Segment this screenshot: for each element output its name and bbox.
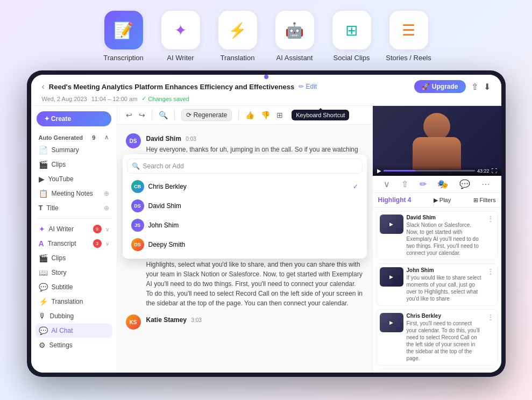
sidebar-item-ai-writer[interactable]: ✦ AI Writer 9 ∨ [36,222,112,236]
story-icon: 📖 [39,268,48,277]
tablet-camera [264,75,268,79]
clips-label: Clips [52,161,66,168]
sidebar-item-dubbing[interactable]: 🎙 Dubbing [36,309,112,323]
sidebar-item-settings[interactable]: ⚙ Settings [36,338,112,352]
clips2-label: Clips [52,254,66,262]
sidebar-item-ai-chat[interactable]: 💬 AI Chat [36,324,112,338]
tool-social-clips[interactable]: ⊞ Social Clips [328,11,376,62]
highlight-more-0[interactable]: ⋮ [487,215,494,256]
tool-translation[interactable]: ⚡ Translation [214,11,262,62]
undo-icon[interactable]: ↩ [126,111,132,119]
ai-chat-label: AI Chat [52,327,73,334]
sidebar-item-translation[interactable]: ⚡ Translation [36,295,112,309]
sticker-panel-icon[interactable]: 🎭 [437,179,448,189]
highlight-speaker-0: David Shim [407,215,484,220]
sidebar-item-clips2[interactable]: 🎬 Clips [36,251,112,265]
speaker-time-katie: 3:03 [191,317,201,323]
fullscreen-icon[interactable]: ⛶ [492,168,497,174]
chevron-down-panel-icon[interactable]: ∨ [384,179,390,189]
regenerate-icon: ⟳ [186,111,191,119]
play-pause-icon[interactable]: ▶ [377,168,381,174]
chevron-down-ai-writer: ∨ [105,226,109,232]
transcript-badge: 3 [93,239,102,248]
title-icon: T [39,204,43,212]
search-icon[interactable]: 🔍 [159,111,168,119]
header-top-row: ‹ Reed's Meeting Analytics Platform Enha… [42,80,491,93]
social-clips-icon: ⊞ [345,22,358,39]
highlight-more-2[interactable]: ⋮ [487,313,494,362]
share-icon[interactable]: ⇧ [471,82,478,92]
ai-writer-sidebar-label: AI Writer [49,225,74,233]
tablet-frame: ‹ Reed's Meeting Analytics Platform Enha… [27,70,506,377]
header-meta: Wed, 2 Aug 2023 11:04 – 12:00 am ✓ Chang… [42,95,491,102]
transcription-icon: 📝 [114,21,133,40]
play-highlights-button[interactable]: ▶ Play [434,197,451,204]
header-actions: 🚀 Upgrade ⇧ ⬇ [414,80,490,93]
highlight-text-0: Slack Notion or Salesforce. Now, to get … [407,222,484,256]
create-button[interactable]: ✦ Create [37,111,111,126]
comment-panel-icon[interactable]: 💬 [459,179,470,189]
tool-transcription[interactable]: 📝 Transcription [100,11,148,62]
highlight-speaker-1: John Shim [407,267,484,273]
sidebar-item-transcript[interactable]: A Transcript 3 ∨ [36,237,112,251]
header-time: 11:04 – 12:00 am [91,96,138,102]
redo-icon[interactable]: ↪ [139,111,145,119]
add-title-icon: ⊕ [104,204,109,212]
saved-text: Changes saved [148,96,189,102]
tool-ai-assistant[interactable]: 🤖 AI Assistant [271,11,319,62]
settings-icon: ⚙ [39,341,46,349]
app-header: ‹ Reed's Meeting Analytics Platform Enha… [31,75,501,106]
story-label: Story [52,269,67,276]
sidebar-item-summary[interactable]: 📄 Summary [36,143,112,157]
sidebar-item-title[interactable]: T Title ⊕ [36,201,112,215]
participant-avatar-chris: CB [131,180,144,193]
thumbdown-icon[interactable]: 👎 [261,111,270,119]
play-icon-1: ▶ [389,274,393,280]
transcript-icon: A [39,239,44,248]
transcription-icon-box: 📝 [104,11,143,49]
sidebar-item-clips[interactable]: 🎬 Clips [36,158,112,172]
thumbup-icon[interactable]: 👍 [245,111,254,119]
participant-david[interactable]: DS David Shim [127,196,363,216]
highlight-panel-icon[interactable]: ✏ [420,179,427,189]
highlights-header: Highlight 4 ▶ Play ⊞ Filters [373,193,501,208]
back-button[interactable]: ‹ [42,82,45,91]
sidebar-item-youtube[interactable]: ▶ YouTube [36,172,112,186]
header-date: Wed, 2 Aug 2023 [42,96,87,102]
transcript-area[interactable]: DS David Shim 0:03 Hey everyone, thanks … [117,125,372,373]
video-progress-bar[interactable] [384,170,475,172]
participant-deepy[interactable]: DS Deepy Smith [127,235,363,254]
search-add-box[interactable]: 🔍 Search or Add [127,159,363,174]
edit-button[interactable]: ✏ Edit [299,83,317,90]
tool-stories-reels[interactable]: ☰ Stories / Reels [385,11,433,62]
settings-label: Settings [49,341,73,349]
toolbar-divider-2 [174,110,175,120]
person-head [423,113,450,140]
regenerate-button[interactable]: ⟳ Regenerate [181,109,232,121]
sidebar-item-meeting-notes[interactable]: 📋 Meeting Notes ⊕ [36,187,112,201]
participant-avatar-john: JS [131,219,144,232]
highlight-item-1: ▶ John Shim If you would like to share s… [376,263,498,306]
upgrade-button[interactable]: 🚀 Upgrade [414,80,465,93]
youtube-label: YouTube [48,175,74,183]
highlight-more-1[interactable]: ⋮ [487,267,494,302]
sidebar-item-subtitle[interactable]: 💬 Subtitle [36,280,112,294]
more-panel-icon[interactable]: ⋯ [481,179,490,189]
participant-john[interactable]: JS John Shim [127,216,363,235]
sidebar-other-section: ✦ AI Writer 9 ∨ A Transcript 3 ∨ 🎬 Clips [31,222,117,353]
highlight-info-1: John Shim If you would like to share sel… [407,267,484,302]
highlight-item-3: ▶ Katie Stamey Record Call on the left s… [376,369,498,373]
highlight-thumb-0: ▶ [380,215,403,234]
center-panel: ↩ ↪ 🔍 ⟳ Regenerate 👍 👎 ⊞ Keyboard Shortc… [117,106,372,373]
download-icon[interactable]: ⬇ [484,82,491,92]
dubbing-icon: 🎙 [39,312,46,320]
filters-button[interactable]: ⊞ Filters [473,197,496,204]
share-panel-icon[interactable]: ⇧ [401,179,408,189]
top-toolbar: 📝 Transcription ✦ AI Writer ⚡ Translatio… [0,0,532,70]
title-label: Title [46,204,58,212]
grid-icon[interactable]: ⊞ [276,111,283,119]
play-icon-0: ▶ [389,222,393,227]
sidebar-item-story[interactable]: 📖 Story [36,266,112,280]
tool-ai-writer[interactable]: ✦ AI Writer [157,11,205,62]
participant-chris[interactable]: CB Chris Berkley ✓ [127,177,363,196]
